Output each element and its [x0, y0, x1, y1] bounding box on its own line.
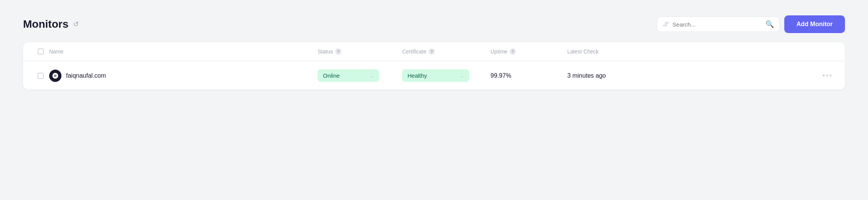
search-input[interactable] — [673, 21, 762, 28]
col-header-uptime: Uptime ? — [490, 48, 567, 55]
col-header-certificate: Certificate ? — [402, 48, 490, 55]
latest-check-value: 3 minutes ago — [567, 72, 606, 79]
col-header-latest-check: Latest Check — [567, 48, 836, 55]
monitors-table: Name Status ? Certificate ? Uptime ? Lat… — [23, 42, 845, 90]
row-actions: ••• — [819, 70, 836, 82]
certificate-cell: Healthy ⌄ — [402, 69, 490, 82]
select-all-checkbox[interactable] — [38, 48, 44, 55]
paperclip-icon: 🖇 — [663, 20, 669, 28]
status-help-icon: ? — [335, 48, 341, 55]
table-row: faiqnaufal.com Online ⌄ Healthy ⌄ 99.97%… — [23, 61, 845, 90]
select-all-col — [32, 48, 49, 55]
uptime-cell: 99.97% — [490, 72, 567, 79]
page-title: Monitors — [23, 18, 68, 30]
row-checkbox-col — [32, 73, 49, 79]
header-row: Monitors ↺ 🖇 🔍 Add Monitor — [23, 15, 845, 33]
table-header: Name Status ? Certificate ? Uptime ? Lat… — [23, 42, 845, 61]
status-cell: Online ⌄ — [318, 69, 402, 82]
col-header-status: Status ? — [318, 48, 402, 55]
certificate-chevron-icon: ⌄ — [460, 73, 464, 78]
row-checkbox[interactable] — [38, 73, 44, 79]
uptime-value: 99.97% — [490, 72, 511, 79]
monitor-icon — [49, 70, 61, 82]
status-label: Online — [323, 72, 340, 79]
latest-check-cell: 3 minutes ago ••• — [567, 70, 836, 82]
add-monitor-button[interactable]: Add Monitor — [784, 15, 845, 33]
monitor-name: faiqnaufal.com — [66, 72, 106, 79]
row-more-button[interactable]: ••• — [819, 70, 836, 82]
status-chevron-icon: ⌄ — [370, 73, 374, 78]
certificate-help-icon: ? — [429, 48, 435, 55]
certificate-label: Healthy — [407, 72, 427, 79]
header-actions: 🖇 🔍 Add Monitor — [657, 15, 845, 33]
col-header-name: Name — [49, 48, 318, 55]
search-icon: 🔍 — [765, 20, 774, 28]
uptime-help-icon: ? — [510, 48, 516, 55]
title-group: Monitors ↺ — [23, 18, 79, 30]
refresh-icon[interactable]: ↺ — [73, 20, 79, 28]
search-wrapper: 🖇 🔍 — [657, 17, 780, 32]
certificate-badge[interactable]: Healthy ⌄ — [402, 69, 469, 82]
monitor-name-cell: faiqnaufal.com — [49, 70, 318, 82]
status-badge[interactable]: Online ⌄ — [318, 69, 379, 82]
